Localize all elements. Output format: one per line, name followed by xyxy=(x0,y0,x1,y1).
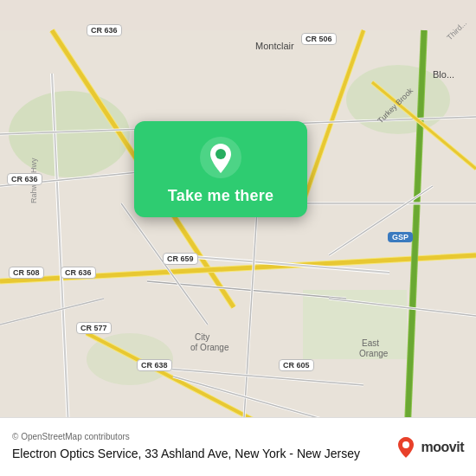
svg-text:Montclair: Montclair xyxy=(255,41,294,51)
svg-text:Orange: Orange xyxy=(359,349,389,358)
moovit-logo: moovit xyxy=(394,435,464,460)
road-badge-cr636-bottom: CR 636 xyxy=(61,267,96,279)
road-badge-cr508: CR 508 xyxy=(9,267,44,279)
svg-text:City: City xyxy=(195,332,209,342)
svg-text:East: East xyxy=(362,338,379,348)
moovit-brand-text: moovit xyxy=(421,440,464,455)
take-me-there-button[interactable]: Take me there xyxy=(134,121,307,217)
attribution-left: © OpenStreetMap contributors Electron Op… xyxy=(12,432,385,463)
road-badge-cr605: CR 605 xyxy=(279,359,314,371)
road-badge-cr506: CR 506 xyxy=(301,33,337,45)
road-badge-gsp: GSP xyxy=(388,232,413,242)
svg-rect-3 xyxy=(303,290,407,359)
moovit-pin-icon xyxy=(394,435,418,460)
location-text: Electron Optics Service, 33 Ashland Ave,… xyxy=(12,446,385,463)
svg-point-53 xyxy=(215,149,226,159)
location-pin-icon xyxy=(200,137,241,178)
svg-text:of Orange: of Orange xyxy=(190,343,229,352)
osm-credit: © OpenStreetMap contributors xyxy=(12,432,385,441)
road-badge-cr577: CR 577 xyxy=(76,322,112,334)
map-container: Turkey Brook Montclair Blo... City of Or… xyxy=(0,0,476,476)
attribution-bar: © OpenStreetMap contributors Electron Op… xyxy=(0,417,476,476)
road-badge-cr636-top: CR 636 xyxy=(87,24,122,36)
take-me-there-label: Take me there xyxy=(168,187,273,205)
road-badge-cr659: CR 659 xyxy=(163,253,198,265)
svg-point-54 xyxy=(402,441,409,448)
svg-text:Blo...: Blo... xyxy=(433,69,454,80)
road-badge-cr636-left: CR 636 xyxy=(7,173,42,185)
road-badge-cr638: CR 638 xyxy=(137,359,172,371)
